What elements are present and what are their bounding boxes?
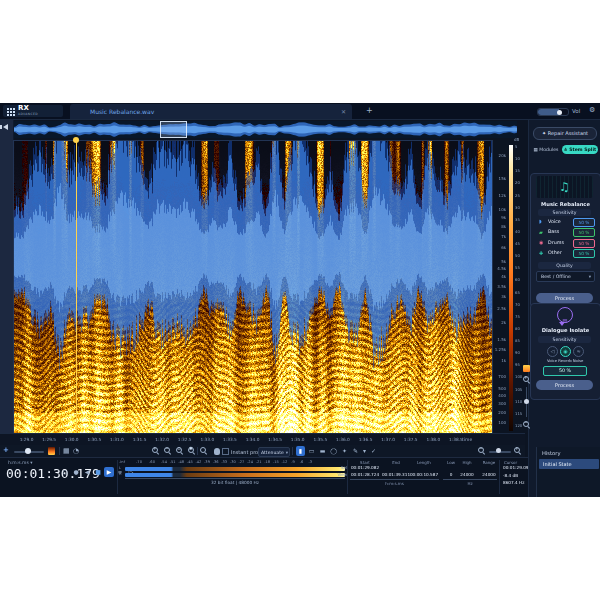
main-toolbar: + ▦ ◔ Instant process Attenuate ▾ +−▫✱▮▭… bbox=[0, 445, 525, 457]
time-format-selector[interactable]: h:m:s.ms ▾ bbox=[8, 460, 32, 465]
rx-logo-dots-icon bbox=[7, 108, 9, 110]
time-axis-label: 1:37.0 bbox=[376, 437, 400, 442]
frequency-axis-label: 1k bbox=[492, 358, 506, 363]
zoom-in-vertical-icon[interactable]: + bbox=[523, 376, 530, 383]
zoom-time-icon[interactable] bbox=[200, 447, 207, 454]
db-axis-label: 65 bbox=[515, 290, 527, 295]
record-button[interactable]: ● bbox=[71, 467, 81, 477]
stop-button[interactable]: ■ bbox=[93, 467, 103, 477]
dialogue-isolate-card[interactable]: ≡ Dialogue Isolate Sensitivity 50 % Proc… bbox=[530, 303, 600, 400]
quality-dropdown[interactable]: Best / Offline ▾ bbox=[536, 271, 595, 282]
brush-tool[interactable]: ✎ bbox=[351, 446, 360, 456]
db-axis-label: 10 bbox=[515, 156, 527, 161]
repair-assistant-button[interactable]: ✦ Repair Assistant bbox=[533, 127, 597, 140]
move-tool-icon[interactable]: + bbox=[3, 446, 9, 454]
frequency-axis-label: 3.5k bbox=[492, 284, 506, 289]
time-axis-label: 1:30.0 bbox=[60, 437, 84, 442]
play-button[interactable]: ▶ bbox=[104, 467, 114, 477]
frequency-axis-label: 10k bbox=[492, 207, 506, 212]
stem-label: Drums bbox=[548, 240, 564, 245]
frequency-axis-label: 15k bbox=[492, 176, 506, 181]
stem-sensitivity-value[interactable]: 50 % bbox=[573, 228, 595, 237]
zoom-selection-icon[interactable]: ▫ bbox=[176, 447, 183, 454]
frequency-selection-tool[interactable]: ▬ bbox=[318, 446, 327, 456]
history-item[interactable]: Initial State bbox=[539, 459, 599, 469]
noise-mode-icon[interactable]: ≈ bbox=[573, 346, 584, 357]
spectrogram-view-icon[interactable] bbox=[48, 447, 55, 455]
voice-mode-icon[interactable]: ◁ bbox=[547, 346, 558, 357]
file-tab[interactable]: Music Rebalance.wav ✕ bbox=[70, 104, 352, 119]
zoom-fit-icon[interactable]: ✱ bbox=[188, 447, 195, 454]
vertical-zoom-knob[interactable] bbox=[524, 399, 529, 404]
playback-options-icon[interactable]: ◔ bbox=[73, 447, 79, 455]
zoom-in-horizontal-icon[interactable]: + bbox=[514, 447, 521, 454]
magic-wand-tool[interactable]: ✦ bbox=[340, 446, 349, 456]
brush-dropdown-caret[interactable]: ▾ bbox=[362, 446, 367, 456]
history-title: History bbox=[542, 450, 560, 456]
spectrogram-display[interactable] bbox=[14, 141, 492, 433]
stem-sensitivity-value[interactable]: 50 % bbox=[573, 239, 595, 248]
time-selection-tool[interactable]: ▮ bbox=[296, 446, 305, 456]
view-value[interactable]: 00:00:10.587 bbox=[409, 472, 439, 477]
tab-close-icon[interactable]: ✕ bbox=[341, 108, 346, 115]
zoom-out-horizontal-icon[interactable]: − bbox=[478, 447, 485, 454]
chevron-down-icon: ▾ bbox=[589, 274, 591, 279]
time-axis-label: 1:34.5 bbox=[263, 437, 287, 442]
db-axis-unit: dB bbox=[514, 137, 519, 142]
db-axis-label: 70 bbox=[515, 302, 527, 307]
screenshot-page: { "topbar": { "logo": "RX", "logo_sub": … bbox=[0, 0, 600, 600]
volume-slider-knob[interactable] bbox=[557, 110, 562, 115]
playhead-line[interactable] bbox=[76, 141, 77, 433]
time-axis-label: 1:34.0 bbox=[241, 437, 265, 442]
time-axis-label: 1:35.0 bbox=[286, 437, 310, 442]
record-safe-button[interactable]: ○ bbox=[60, 467, 70, 477]
hand-tool-icon[interactable] bbox=[214, 448, 220, 455]
music-rebalance-icon: ♫ bbox=[536, 176, 593, 198]
zoom-out-icon[interactable]: − bbox=[164, 447, 171, 454]
instant-process-checkbox[interactable] bbox=[222, 448, 229, 455]
time-frequency-selection-tool[interactable]: ▭ bbox=[307, 446, 316, 456]
overview-waveform[interactable] bbox=[14, 121, 517, 138]
sensitivity-value[interactable]: 50 % bbox=[543, 366, 587, 376]
return-to-start-button[interactable]: ◀ bbox=[82, 467, 92, 477]
freq-range-value[interactable]: 0 bbox=[443, 472, 459, 477]
process-mode-dropdown[interactable]: Attenuate ▾ bbox=[258, 447, 290, 457]
process-button[interactable]: Process bbox=[536, 380, 593, 390]
meter-channel-label: L bbox=[119, 466, 121, 470]
volume-slider[interactable] bbox=[537, 108, 569, 116]
lasso-selection-tool[interactable]: ◯ bbox=[329, 446, 338, 456]
dialogue-isolate-icon: ≡ bbox=[557, 307, 573, 323]
sel-value[interactable]: 00:01:29.082 bbox=[350, 465, 380, 470]
channel-strip[interactable] bbox=[0, 120, 14, 433]
zoom-in-icon[interactable]: + bbox=[152, 447, 159, 454]
info-column-header: Low bbox=[443, 460, 459, 465]
tab-stem-split[interactable]: ⋔ Stem Split bbox=[562, 145, 598, 154]
playhead-handle[interactable] bbox=[73, 137, 79, 143]
new-tab-button[interactable]: + bbox=[366, 106, 373, 115]
view-value[interactable]: 00:01:39.311 bbox=[381, 472, 411, 477]
frequency-axis-label: 12k bbox=[492, 193, 506, 198]
tab-modules[interactable]: ▦ Modules bbox=[531, 146, 561, 154]
mode-label: Noise bbox=[568, 358, 588, 363]
reverb-mode-icon[interactable]: ◉ bbox=[560, 346, 571, 357]
horizontal-zoom-knob[interactable] bbox=[496, 448, 501, 453]
frequency-axis-label: 200 bbox=[492, 410, 506, 415]
process-button[interactable]: Process bbox=[536, 293, 593, 303]
freq-range-value[interactable]: 24000 bbox=[481, 472, 497, 477]
settings-gear-icon[interactable]: ⚙ bbox=[589, 106, 595, 114]
panel-layout-icon[interactable]: ▦ bbox=[63, 447, 70, 455]
blend-slider-knob[interactable] bbox=[25, 448, 31, 454]
colormap-icon[interactable] bbox=[523, 365, 530, 372]
view-value[interactable]: 00:01:28.724 bbox=[350, 472, 380, 477]
marker-tool[interactable]: ✓ bbox=[369, 446, 378, 456]
music-rebalance-card[interactable]: ♫ Music Rebalance Sensitivity Quality Be… bbox=[530, 173, 600, 308]
freq-range-value[interactable]: 24000 bbox=[459, 472, 475, 477]
stem-sensitivity-value[interactable]: 50 % bbox=[573, 218, 595, 227]
info-column-header: High bbox=[459, 460, 475, 465]
frequency-axis-label: 300 bbox=[492, 401, 506, 406]
zoom-out-vertical-icon[interactable]: − bbox=[523, 421, 530, 428]
db-axis-label: 50 bbox=[515, 253, 527, 258]
stem-sensitivity-value[interactable]: 50 % bbox=[573, 249, 595, 258]
volume-slider-fill bbox=[538, 109, 559, 115]
frequency-axis-label: 1.25k bbox=[492, 347, 506, 352]
